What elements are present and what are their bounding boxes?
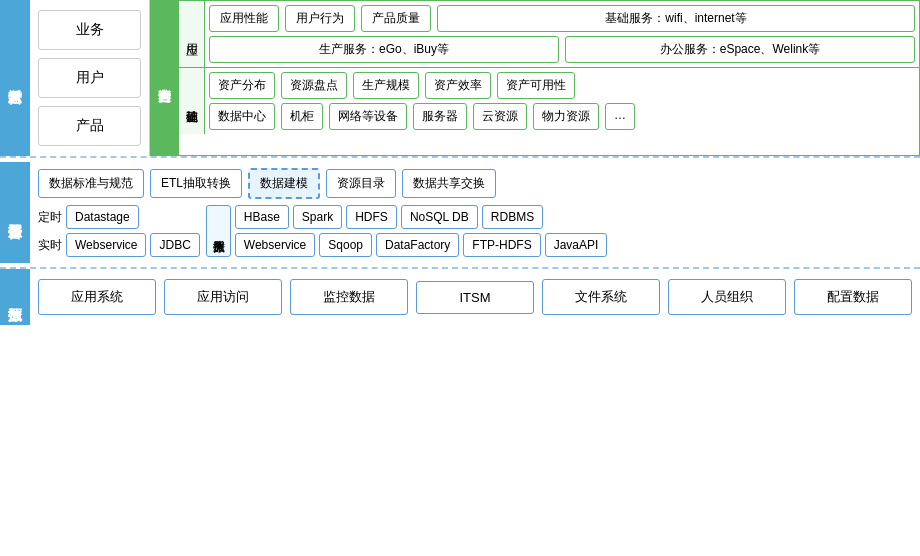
ops-content-body: 应用 应用性能 用户行为 产品质量 基础服务：wifi、internet等 生产… [178, 0, 920, 156]
datasource-body: 应用系统 应用访问 监控数据 ITSM 文件系统 人员组织 配置数据 [30, 269, 920, 325]
ops-content-header: 运营内容 [150, 0, 178, 156]
dsf-ftp-hdfs: FTP-HDFS [463, 233, 540, 257]
dsf-rdbms: RDBMS [482, 205, 543, 229]
dsf-body: 数据标准与规范 ETL抽取转换 数据建模 资源目录 数据共享交换 定时 Data… [30, 162, 920, 263]
infra-asset-dist: 资产分布 [209, 72, 275, 99]
infra-content: 资产分布 资源盘点 生产规模 资产效率 资产可用性 数据中心 机柜 网络等设备 … [205, 68, 919, 134]
dsf-data-modeling: 数据建模 [248, 168, 320, 199]
dsf-bigdata-label: 大数据服务 [206, 205, 231, 257]
dsf-spark: Spark [293, 205, 342, 229]
datasource-itsm: ITSM [416, 281, 534, 314]
infra-server: 服务器 [413, 103, 467, 130]
datasource-filesystem: 文件系统 [542, 279, 660, 315]
dsf-realtime-row: 实时 Webservice JDBC [38, 233, 200, 257]
datasource-label: 数据源 [0, 269, 30, 325]
dsf-timing-col: 定时 Datastage 实时 Webservice JDBC [38, 205, 200, 257]
infra-label: 基础设施 [179, 68, 205, 134]
dsf-sqoop: Sqoop [319, 233, 372, 257]
infra-cloud: 云资源 [473, 103, 527, 130]
dsf-bigdata-grid: HBase Spark HDFS NoSQL DB RDBMS Webservi… [235, 205, 608, 257]
app-item-office-service: 办公服务：eSpace、Welink等 [565, 36, 915, 63]
dsf-jdbc: JDBC [150, 233, 199, 257]
ops-object-user: 用户 [38, 58, 141, 98]
ops-object-business: 业务 [38, 10, 141, 50]
datasource-app-system: 应用系统 [38, 279, 156, 315]
infra-row1: 资产分布 资源盘点 生产规模 资产效率 资产可用性 [209, 72, 915, 99]
ops-objects-col: 业务 用户 产品 [30, 0, 150, 156]
ops-content-main: 运营内容 应用 应用性能 用户行为 产品质量 基础服务：wifi、interne… [150, 0, 920, 156]
dsf-realtime-label: 实时 [38, 235, 62, 256]
dsf-nosqldb: NoSQL DB [401, 205, 478, 229]
dsf-bigdata-row2: Webservice Sqoop DataFactory FTP-HDFS Ja… [235, 233, 608, 257]
infra-dc: 数据中心 [209, 103, 275, 130]
infra-network: 网络等设备 [329, 103, 407, 130]
dsf-webservice: Webservice [66, 233, 146, 257]
app-section: 应用 应用性能 用户行为 产品质量 基础服务：wifi、internet等 生产… [179, 1, 919, 68]
infra-more: … [605, 103, 635, 130]
dsf-top-row: 数据标准与规范 ETL抽取转换 数据建模 资源目录 数据共享交换 [38, 168, 912, 199]
dsf-hdfs: HDFS [346, 205, 397, 229]
dsf-resource-catalog: 资源目录 [326, 169, 396, 198]
app-row1: 应用性能 用户行为 产品质量 基础服务：wifi、internet等 [209, 5, 915, 32]
ops-label: 运营对象 [0, 0, 30, 156]
dsf-bottom-row: 定时 Datastage 实时 Webservice JDBC [38, 205, 912, 257]
dsf-timing-label: 定时 [38, 207, 62, 228]
infra-asset-avail: 资产可用性 [497, 72, 575, 99]
app-row2: 生产服务：eGo、iBuy等 办公服务：eSpace、Welink等 [209, 36, 915, 63]
app-item-behavior: 用户行为 [285, 5, 355, 32]
main-container: 运营对象 业务 用户 产品 运营内容 应用 应用性能 用户 [0, 0, 920, 556]
datasource-section: 数据源 应用系统 应用访问 监控数据 ITSM 文件系统 人员组织 配置数据 [0, 269, 920, 325]
dsf-datafactory: DataFactory [376, 233, 459, 257]
dsf-etl: ETL抽取转换 [150, 169, 242, 198]
app-item-quality: 产品质量 [361, 5, 431, 32]
app-content: 应用性能 用户行为 产品质量 基础服务：wifi、internet等 生产服务：… [205, 1, 919, 67]
dsf-section: 数据服务平台 数据标准与规范 ETL抽取转换 数据建模 资源目录 数据共享交换 … [0, 158, 920, 269]
ops-section: 运营对象 业务 用户 产品 运营内容 应用 应用性能 用户 [0, 0, 920, 158]
ops-object-product: 产品 [38, 106, 141, 146]
dsf-realtime-items: Webservice JDBC [66, 233, 200, 257]
dsf-datastage: Datastage [66, 205, 139, 229]
app-label: 应用 [179, 1, 205, 67]
app-item-prod-service: 生产服务：eGo、iBuy等 [209, 36, 559, 63]
infra-cabinet: 机柜 [281, 103, 323, 130]
infra-prod-scale: 生产规模 [353, 72, 419, 99]
dsf-webservice2: Webservice [235, 233, 315, 257]
datasource-config: 配置数据 [794, 279, 912, 315]
dsf-javaapi: JavaAPI [545, 233, 608, 257]
dsf-hbase: HBase [235, 205, 289, 229]
infra-resource-inv: 资源盘点 [281, 72, 347, 99]
datasource-monitor: 监控数据 [290, 279, 408, 315]
dsf-timing-items: Datastage [66, 205, 139, 229]
infra-asset-eff: 资产效率 [425, 72, 491, 99]
dsf-data-standard: 数据标准与规范 [38, 169, 144, 198]
app-item-basic-service: 基础服务：wifi、internet等 [437, 5, 915, 32]
datasource-personnel: 人员组织 [668, 279, 786, 315]
infra-physical: 物力资源 [533, 103, 599, 130]
dsf-bigdata-row1: HBase Spark HDFS NoSQL DB RDBMS [235, 205, 608, 229]
app-item-perf: 应用性能 [209, 5, 279, 32]
datasource-app-access: 应用访问 [164, 279, 282, 315]
dsf-label: 数据服务平台 [0, 162, 30, 263]
infra-section: 基础设施 资产分布 资源盘点 生产规模 资产效率 资产可用性 数据中心 机柜 [179, 68, 919, 134]
dsf-big-data-col: 大数据服务 HBase Spark HDFS NoSQL DB RDBMS We… [206, 205, 608, 257]
infra-row2: 数据中心 机柜 网络等设备 服务器 云资源 物力资源 … [209, 103, 915, 130]
dsf-data-sharing: 数据共享交换 [402, 169, 496, 198]
dsf-timing-row: 定时 Datastage [38, 205, 139, 229]
